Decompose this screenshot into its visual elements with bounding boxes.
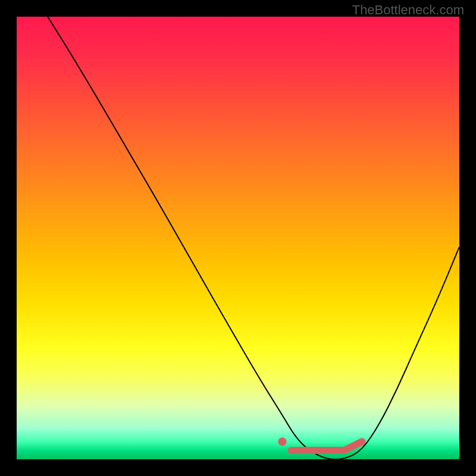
bottleneck-curve [48, 17, 459, 459]
chart-plot-area [17, 17, 459, 459]
watermark-text: TheBottleneck.com [352, 2, 464, 18]
optimal-range-dot [278, 437, 286, 446]
chart-svg [17, 17, 459, 459]
